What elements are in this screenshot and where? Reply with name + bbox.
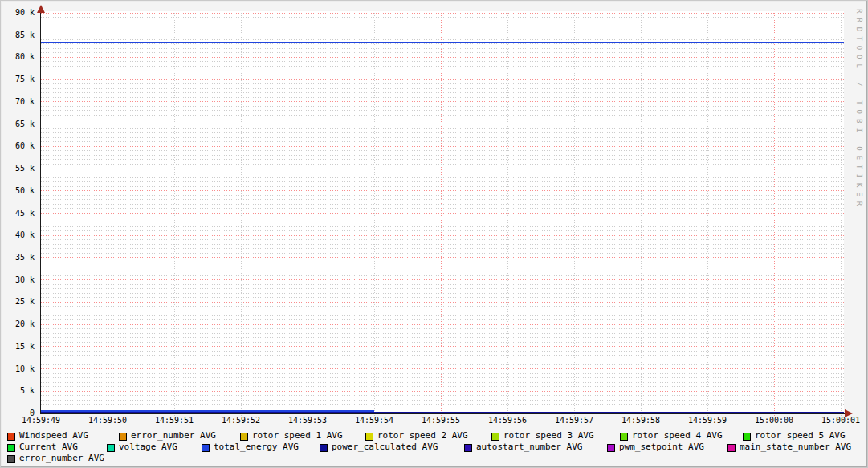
legend-item: main_state_number AVG (727, 442, 851, 452)
legend-item: Current AVG (7, 442, 78, 452)
legend-swatch-icon (365, 433, 373, 441)
legend-item: power_calculated AVG (320, 442, 438, 452)
legend-item: error_number AVG (7, 454, 104, 463)
legend-swatch-icon (240, 433, 248, 441)
legend-label: Windspeed AVG (19, 430, 88, 441)
legend-item: rotor speed 2 AVG (365, 431, 468, 441)
legend-swatch-icon (620, 433, 628, 441)
legend-label: rotor speed 1 AVG (252, 430, 343, 441)
legend-label: rotor speed 2 AVG (377, 430, 468, 441)
legend-item: rotor speed 3 AVG (491, 431, 594, 441)
legend-item: autostart_number AVG (464, 442, 582, 452)
legend-swatch-icon (107, 444, 115, 452)
legend-label: total_energy AVG (214, 442, 299, 452)
legend-swatch-icon (119, 433, 127, 441)
legend-swatch-icon (743, 433, 751, 441)
legend-item: pwm_setpoint AVG (607, 442, 704, 452)
legend-swatch-icon (464, 444, 472, 452)
legend-item: error_number AVG (119, 431, 216, 441)
legend-swatch-icon (607, 444, 615, 452)
legend-label: error_number AVG (19, 453, 104, 463)
legend-swatch-icon (491, 433, 499, 441)
legend-label: pwm_setpoint AVG (619, 442, 704, 452)
legend-swatch-icon (202, 444, 210, 452)
legend-item: rotor speed 4 AVG (620, 431, 723, 441)
legend-label: autostart_number AVG (476, 442, 582, 452)
legend-swatch-icon (320, 444, 328, 452)
legend-swatch-icon (727, 444, 736, 452)
legend-label: power_calculated AVG (332, 442, 438, 452)
legend-item: rotor speed 1 AVG (240, 431, 343, 441)
legend-label: Current AVG (19, 442, 78, 452)
legend-item: Windspeed AVG (7, 431, 88, 441)
rrdtool-graph: 05 k10 k15 k20 k25 k30 k35 k40 k45 k50 k… (0, 0, 868, 468)
legend-item: voltage AVG (107, 442, 177, 452)
legend: Windspeed AVGerror_number AVGrotor speed… (1, 1, 867, 467)
legend-label: error_number AVG (131, 430, 216, 441)
legend-label: main_state_number AVG (740, 442, 851, 452)
legend-label: rotor speed 3 AVG (503, 430, 594, 441)
legend-label: voltage AVG (119, 442, 177, 452)
legend-swatch-icon (7, 433, 15, 441)
legend-label: rotor speed 5 AVG (755, 430, 846, 441)
legend-item: total_energy AVG (202, 442, 299, 452)
legend-swatch-icon (7, 455, 15, 463)
legend-label: rotor speed 4 AVG (632, 430, 723, 441)
legend-swatch-icon (7, 444, 15, 452)
legend-item: rotor speed 5 AVG (743, 431, 846, 441)
